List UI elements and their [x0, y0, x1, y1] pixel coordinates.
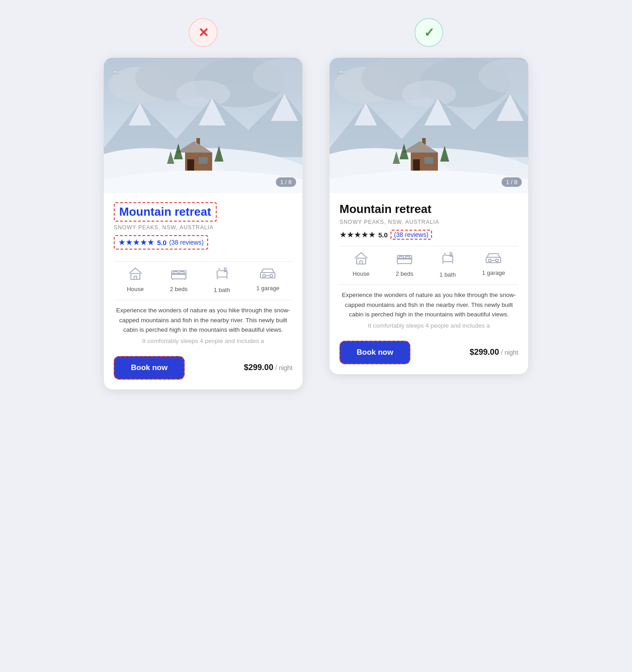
right-divider [339, 246, 518, 246]
wrong-divider [114, 261, 293, 262]
wrong-stars: ★★★★★ [118, 237, 154, 247]
wrong-price-amount: $299.00 [244, 363, 273, 372]
wrong-garage-icon [260, 267, 276, 282]
wrong-bed-icon [171, 267, 187, 283]
svg-rect-14 [187, 159, 194, 171]
wrong-image-counter: 1 / 8 [276, 177, 296, 187]
wrong-column: ✕ [104, 18, 302, 389]
wrong-bath-label: 1 bath [214, 287, 230, 293]
right-amenities: House [339, 252, 518, 278]
svg-rect-53 [413, 159, 420, 171]
right-score: 5.0 [378, 231, 388, 239]
right-card-image: ← 1 / 8 [330, 58, 528, 193]
right-amenity-house: House [353, 252, 370, 278]
right-garage-icon [485, 252, 502, 267]
svg-rect-15 [199, 157, 208, 164]
right-rating-row: ★★★★★ 5.0 (38 reviews) [339, 230, 518, 240]
wrong-card: ← 1 / 8 Mountain retreat SNOWY PEAKS, NS… [104, 58, 302, 389]
right-description: Experience the wonders of nature as you … [339, 290, 518, 320]
right-card-location: SNOWY PEAKS, NSW, AUSTRALIA [339, 219, 518, 225]
wrong-amenity-beds: 2 beds [170, 267, 188, 293]
right-card-footer: Book now $299.00 / night [339, 336, 518, 364]
wrong-card-title: Mountain retreat [114, 202, 217, 222]
svg-point-5 [176, 80, 230, 107]
right-reviews: (38 reviews) [390, 230, 432, 240]
wrong-amenity-garage: 1 garage [256, 267, 279, 293]
svg-point-76 [496, 259, 498, 262]
wrong-price-unit: / night [275, 364, 293, 371]
wrong-garage-label: 1 garage [256, 285, 279, 292]
right-bath-label: 1 bath [440, 271, 456, 278]
wrong-card-location: SNOWY PEAKS, NSW, AUSTRALIA [114, 224, 293, 231]
wrong-amenity-bath: 1 bath [214, 267, 230, 293]
svg-point-37 [270, 274, 273, 277]
right-amenity-bath: 1 bath [440, 252, 456, 278]
right-house-icon [354, 252, 368, 268]
wrong-description: Experience the wonders of nature as you … [114, 306, 293, 335]
wrong-card-body: Mountain retreat SNOWY PEAKS, NSW, AUSTR… [104, 193, 302, 389]
right-house-label: House [353, 270, 370, 277]
right-book-button[interactable]: Book now [339, 341, 410, 364]
wrong-amenity-house: House [127, 267, 144, 293]
right-image-counter: 1 / 8 [502, 177, 522, 187]
wrong-indicator: ✕ [189, 18, 218, 47]
wrong-card-footer: Book now $299.00 / night [114, 352, 293, 380]
wrong-house-label: House [127, 286, 144, 292]
wrong-rating-row: ★★★★★ 5.0 (38 reviews) [114, 235, 208, 250]
svg-point-75 [488, 259, 491, 262]
wrong-reviews: (38 reviews) [169, 239, 204, 246]
right-card-body: Mountain retreat SNOWY PEAKS, NSW, AUSTR… [330, 193, 528, 374]
wrong-price-block: $299.00 / night [244, 363, 293, 372]
svg-rect-54 [424, 157, 433, 164]
svg-point-32 [224, 268, 226, 270]
wrong-score: 5.0 [157, 239, 167, 246]
right-garage-label: 1 garage [482, 269, 505, 276]
wrong-bath-icon [215, 267, 229, 284]
right-price-amount: $299.00 [469, 348, 499, 357]
right-card-title: Mountain retreat [339, 202, 518, 216]
wrong-description-fade: It comfortably sleeps 4 people and inclu… [114, 338, 293, 344]
right-amenity-beds: 2 beds [396, 252, 414, 278]
right-column: ✓ [330, 18, 528, 389]
right-bed-icon [396, 252, 413, 268]
right-bath-icon [441, 252, 455, 269]
wrong-back-arrow[interactable]: ← [112, 66, 122, 78]
wrong-house-icon [128, 267, 143, 283]
svg-point-44 [402, 80, 456, 107]
right-amenity-garage: 1 garage [482, 252, 505, 278]
wrong-divider2 [114, 300, 293, 300]
wrong-beds-label: 2 beds [170, 286, 188, 292]
right-description-fade: It comfortably sleeps 4 people and inclu… [339, 322, 518, 329]
wrong-amenities: House [114, 267, 293, 293]
right-card: ← 1 / 8 Mountain retreat SNOWY PEAKS, NS… [330, 58, 528, 374]
right-divider2 [339, 284, 518, 285]
page-wrapper: ✕ [68, 18, 564, 389]
right-price-unit: / night [501, 349, 518, 356]
right-back-arrow[interactable]: ← [338, 66, 348, 78]
wrong-card-image: ← 1 / 8 [104, 58, 302, 193]
right-icon: ✓ [424, 25, 434, 40]
svg-point-36 [263, 274, 265, 277]
right-indicator: ✓ [414, 18, 443, 47]
right-price-block: $299.00 / night [469, 348, 518, 357]
comparison-row: ✕ [68, 18, 564, 389]
right-stars: ★★★★★ [339, 230, 376, 240]
wrong-book-button[interactable]: Book now [114, 356, 185, 380]
wrong-icon: ✕ [198, 25, 209, 40]
right-beds-label: 2 beds [396, 270, 414, 277]
svg-point-71 [450, 253, 452, 255]
